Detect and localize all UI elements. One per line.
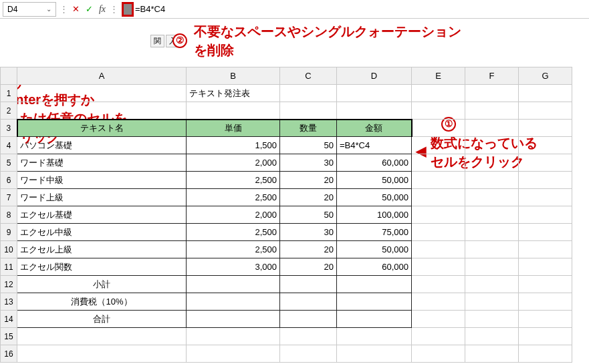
cell-C6[interactable]: 20 [280,172,337,189]
cell-F2[interactable] [465,102,519,120]
col-header-D[interactable]: D [337,67,412,85]
cell-C10[interactable]: 20 [280,241,337,258]
row-header-16[interactable]: 16 [1,345,17,363]
cell-E7[interactable] [412,189,465,206]
grid-table[interactable]: A B C D E F G 1 テキスト発注表 2 3 テキスト名 単価 数量 … [0,67,572,363]
row-header-3[interactable]: 3 [1,120,17,137]
cell-C16[interactable] [280,345,337,363]
cell-F13[interactable] [465,293,519,311]
cell-C12[interactable] [280,276,337,293]
cell-F5[interactable] [465,154,519,172]
cell-D4-active[interactable]: =B4*C4 [337,137,412,154]
cell-F6[interactable] [465,172,519,189]
cell-D16[interactable] [337,345,412,363]
col-header-A[interactable]: A [17,67,187,85]
cell-D12[interactable] [337,276,412,293]
cell-D7[interactable]: 50,000 [337,189,412,206]
cell-C2[interactable] [280,102,337,120]
cell-F12[interactable] [465,276,519,293]
cell-D1[interactable] [337,85,412,102]
cell-A11[interactable]: エクセル関数 [17,258,187,276]
cell-A1[interactable] [17,85,187,102]
cell-G7[interactable] [519,189,572,206]
cell-A8[interactable]: エクセル基礎 [17,206,187,224]
cell-F7[interactable] [465,189,519,206]
cell-B12[interactable] [187,276,280,293]
cell-E10[interactable] [412,241,465,258]
cell-A6[interactable]: ワード中級 [17,172,187,189]
cell-A12[interactable]: 小計 [17,276,187,293]
cell-D15[interactable] [337,328,412,345]
accept-icon[interactable]: ✓ [82,4,96,14]
col-header-F[interactable]: F [465,67,519,85]
cell-G4[interactable] [519,137,572,154]
cell-C7[interactable]: 20 [280,189,337,206]
cell-G16[interactable] [519,345,572,363]
cell-E2[interactable] [412,102,465,120]
cell-D10[interactable]: 50,000 [337,241,412,258]
cell-F9[interactable] [465,224,519,241]
cell-A13[interactable]: 消費税（10%） [17,293,187,311]
row-header-5[interactable]: 5 [1,154,17,172]
cell-E14[interactable] [412,311,465,328]
cell-B7[interactable]: 2,500 [187,189,280,206]
cell-B1[interactable]: テキスト発注表 [187,85,280,102]
cell-B5[interactable]: 2,000 [187,154,280,172]
cell-D6[interactable]: 50,000 [337,172,412,189]
cell-D8[interactable]: 100,000 [337,206,412,224]
cell-E3[interactable] [412,120,465,137]
cell-G6[interactable] [519,172,572,189]
select-all-corner[interactable] [1,67,17,85]
cell-F14[interactable] [465,311,519,328]
cell-A9[interactable]: エクセル中級 [17,224,187,241]
cell-C4[interactable]: 50 [280,137,337,154]
cell-A7[interactable]: ワード上級 [17,189,187,206]
cell-G2[interactable] [519,102,572,120]
cell-G11[interactable] [519,258,572,276]
cell-E9[interactable] [412,224,465,241]
row-header-7[interactable]: 7 [1,189,17,206]
cell-D5[interactable]: 60,000 [337,154,412,172]
row-header-12[interactable]: 12 [1,276,17,293]
cell-B6[interactable]: 2,500 [187,172,280,189]
cell-F1[interactable] [465,85,519,102]
cell-B4[interactable]: 1,500 [187,137,280,154]
row-header-11[interactable]: 11 [1,258,17,276]
row-header-8[interactable]: 8 [1,206,17,224]
cell-C13[interactable] [280,293,337,311]
name-box[interactable]: D4 ⌄ [3,2,56,17]
cell-F11[interactable] [465,258,519,276]
cell-G8[interactable] [519,206,572,224]
cell-G10[interactable] [519,241,572,258]
cell-F4[interactable] [465,137,519,154]
chevron-down-icon[interactable]: ⌄ [46,5,51,13]
cell-G3[interactable] [519,120,572,137]
cell-A3[interactable]: テキスト名 [17,120,187,137]
row-header-15[interactable]: 15 [1,328,17,345]
cell-A15[interactable] [17,328,187,345]
cell-E15[interactable] [412,328,465,345]
row-header-1[interactable]: 1 [1,85,17,102]
cell-B8[interactable]: 2,000 [187,206,280,224]
cell-B9[interactable]: 2,500 [187,224,280,241]
cell-F8[interactable] [465,206,519,224]
cell-G1[interactable] [519,85,572,102]
cell-F16[interactable] [465,345,519,363]
cell-F15[interactable] [465,328,519,345]
cell-C5[interactable]: 30 [280,154,337,172]
cell-E11[interactable] [412,258,465,276]
row-header-6[interactable]: 6 [1,172,17,189]
ime-button-a[interactable]: 関 [150,35,164,47]
cell-E6[interactable] [412,172,465,189]
cell-B16[interactable] [187,345,280,363]
cell-G15[interactable] [519,328,572,345]
cell-C14[interactable] [280,311,337,328]
cancel-icon[interactable]: ✕ [69,4,82,14]
cell-A2[interactable] [17,102,187,120]
cell-C8[interactable]: 50 [280,206,337,224]
cell-B13[interactable] [187,293,280,311]
row-header-14[interactable]: 14 [1,311,17,328]
row-header-13[interactable]: 13 [1,293,17,311]
cell-D2[interactable] [337,102,412,120]
cell-E1[interactable] [412,85,465,102]
